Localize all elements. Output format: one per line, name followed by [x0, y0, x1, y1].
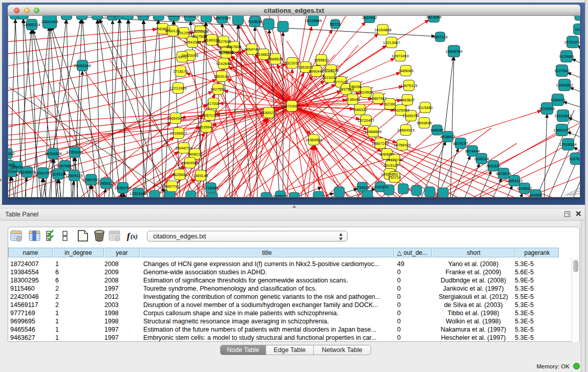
svg-text:(x): (x) [130, 233, 138, 240]
